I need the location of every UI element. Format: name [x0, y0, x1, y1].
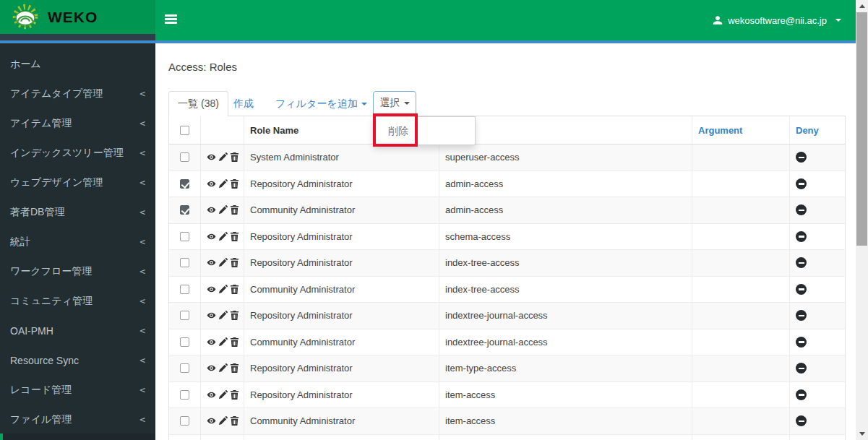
header-deny-sort[interactable]: Deny [790, 116, 845, 144]
sidebar-item-label: ホーム [10, 58, 139, 71]
action-cell: index-tree-access [439, 250, 692, 276]
row-checkbox[interactable] [180, 337, 189, 347]
brand-logo-area[interactable]: WEKO [0, 0, 155, 34]
sidebar-item[interactable]: インデックスツリー管理 < [0, 138, 155, 168]
sidebar-item[interactable]: ホーム < [0, 49, 155, 79]
argument-cell [692, 224, 790, 250]
sidebar-item-label: インデックスツリー管理 [10, 147, 139, 160]
view-icon[interactable] [207, 258, 216, 267]
row-checkbox[interactable] [180, 205, 189, 215]
edit-icon[interactable] [218, 232, 228, 241]
tab-add-filter[interactable]: フィルターを追加 [275, 91, 367, 116]
sidebar-item-label: Resource Sync [10, 355, 139, 366]
sidebar-item[interactable]: OAI-PMH < [0, 316, 155, 345]
sidebar-item[interactable]: アイテムタイプ管理 < [0, 79, 155, 108]
row-checkbox[interactable] [180, 285, 189, 294]
tab-list[interactable]: 一覧 (38) [168, 91, 228, 116]
sidebar-item[interactable]: 統計 < [0, 227, 155, 256]
row-checkbox[interactable] [180, 390, 189, 400]
sidebar-item[interactable]: Resource Sync < [0, 345, 155, 375]
argument-cell [692, 171, 790, 197]
user-menu-caret-icon [835, 19, 841, 22]
sidebar-item[interactable]: ワークフロー管理 < [0, 256, 155, 286]
argument-cell [692, 382, 790, 408]
tab-create[interactable]: 作成 [233, 91, 254, 116]
table-row: Community Administrator item-access [169, 408, 845, 435]
delete-icon[interactable] [230, 152, 239, 162]
chevron-left-icon: < [139, 414, 145, 425]
row-checkbox[interactable] [180, 311, 189, 320]
sidebar-item-label: アイテムタイプ管理 [10, 87, 139, 100]
chevron-left-icon: < [139, 266, 145, 277]
delete-icon[interactable] [230, 232, 239, 241]
delete-icon[interactable] [230, 416, 239, 426]
edit-icon[interactable] [218, 390, 228, 400]
roles-table-header: Role Name Action Argument Deny [169, 116, 845, 144]
row-checkbox[interactable] [180, 152, 189, 162]
edit-icon[interactable] [218, 285, 228, 294]
view-icon[interactable] [207, 337, 216, 347]
delete-icon[interactable] [230, 285, 239, 294]
select-all-checkbox[interactable] [180, 126, 189, 135]
select-caret-icon [404, 102, 410, 105]
chevron-left-icon: < [139, 147, 145, 158]
row-checkbox[interactable] [180, 416, 189, 426]
header-action-sort[interactable]: Action [439, 116, 692, 144]
scrollbar-up-button[interactable] [856, 0, 868, 12]
delete-icon[interactable] [230, 179, 239, 189]
delete-icon[interactable] [230, 205, 239, 215]
user-account-menu[interactable]: wekosoftware@nii.ac.jp [705, 0, 848, 40]
delete-icon[interactable] [230, 311, 239, 320]
edit-icon[interactable] [218, 311, 228, 320]
select-dropdown-button[interactable]: 選択 [373, 91, 416, 116]
sidebar-item[interactable]: ファイル管理 < [0, 405, 155, 434]
sidebar-item-partial[interactable] [0, 433, 155, 440]
row-checkbox[interactable] [180, 258, 189, 267]
sidebar-item[interactable]: 著者DB管理 < [0, 197, 155, 227]
menu-item-delete[interactable]: 削除 [374, 117, 475, 144]
sidebar-item[interactable]: コミュニティ管理 < [0, 286, 155, 316]
role-name-cell: Community Administrator [244, 408, 439, 434]
action-cell: item-access [439, 382, 692, 408]
deny-icon [796, 231, 807, 242]
select-dropdown-menu: 削除 [373, 116, 476, 145]
table-row: Repository Administrator item-type-acces… [169, 355, 845, 382]
delete-icon[interactable] [230, 258, 239, 267]
table-row: Community Administrator indextree-journa… [169, 329, 845, 356]
sidebar-item[interactable]: レコード管理 < [0, 375, 155, 405]
edit-icon[interactable] [218, 416, 228, 426]
sidebar-item[interactable]: ウェブデザイン管理 < [0, 168, 155, 197]
sidebar-item[interactable]: アイテム管理 < [0, 108, 155, 138]
view-icon[interactable] [207, 152, 216, 162]
edit-icon[interactable] [218, 337, 228, 347]
action-cell: index-tree-access [439, 277, 692, 303]
edit-icon[interactable] [218, 152, 228, 162]
deny-icon [796, 204, 807, 215]
scrollbar-down-button[interactable] [856, 428, 868, 440]
delete-icon[interactable] [230, 390, 239, 400]
deny-icon [796, 363, 807, 374]
role-name-cell: Repository Administrator [244, 224, 439, 250]
edit-icon[interactable] [218, 179, 228, 189]
sidebar-item-label: 統計 [10, 236, 139, 249]
view-icon[interactable] [207, 390, 216, 400]
view-icon[interactable] [207, 232, 216, 241]
row-checkbox[interactable] [180, 232, 189, 241]
header-argument-sort[interactable]: Argument [692, 116, 790, 144]
argument-cell [692, 355, 790, 381]
view-icon[interactable] [207, 416, 216, 426]
view-icon[interactable] [207, 363, 216, 373]
delete-icon[interactable] [230, 337, 239, 347]
delete-icon[interactable] [230, 363, 239, 373]
scrollbar-thumb[interactable] [856, 12, 867, 246]
view-icon[interactable] [207, 179, 216, 189]
row-checkbox[interactable] [180, 179, 189, 189]
edit-icon[interactable] [218, 363, 228, 373]
sidebar-toggle-icon[interactable] [165, 14, 177, 25]
row-checkbox[interactable] [180, 363, 189, 373]
view-icon[interactable] [207, 285, 216, 294]
view-icon[interactable] [207, 205, 216, 215]
edit-icon[interactable] [218, 205, 228, 215]
view-icon[interactable] [207, 311, 216, 320]
edit-icon[interactable] [218, 258, 228, 267]
